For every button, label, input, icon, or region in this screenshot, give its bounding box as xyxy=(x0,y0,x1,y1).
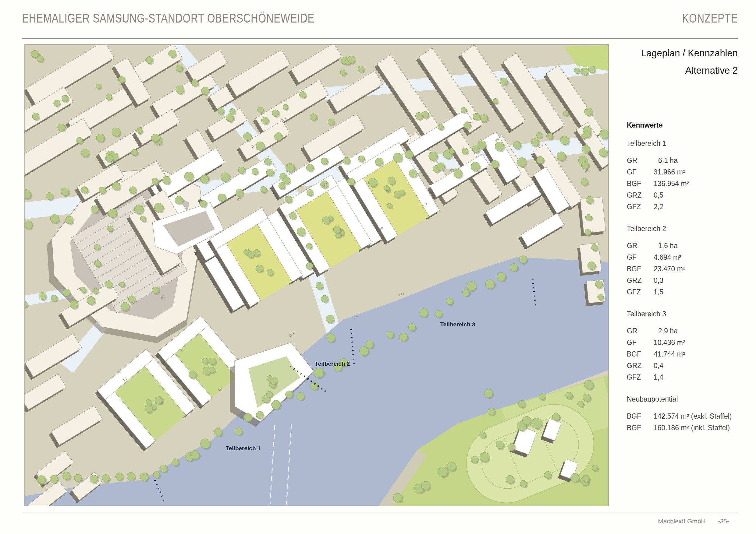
kennwerte-row-value: 0,5 xyxy=(654,190,663,201)
kennwerte-row-label: GFZ xyxy=(627,201,654,213)
kennwerte-row: GRZ0,4 xyxy=(627,360,740,371)
kennwerte-row-value: 1,5 xyxy=(654,286,663,298)
kennwerte-row-value: 2,9 ha xyxy=(654,325,678,337)
map-subtitle-line1: Lageplan / Kennzahlen xyxy=(641,44,738,62)
kennwerte-row-value: 10.436 m² xyxy=(654,337,685,348)
kennwerte-block: Teilbereich 2GR1,6 haGF4.694 m²BGF23.470… xyxy=(627,225,740,298)
kennwerte-row: GF10.436 m² xyxy=(627,337,740,348)
kennwerte-row-value: 142.574 m² (exkl. Staffel) xyxy=(654,410,732,422)
header-rule xyxy=(22,38,738,39)
kennwerte-row-label: BGF xyxy=(627,410,654,422)
map-subtitle-line2: Alternative 2 xyxy=(641,62,738,79)
section-title: KONZEPTE xyxy=(682,11,738,26)
kennwerte-row-value: 1,4 xyxy=(654,371,663,383)
kennwerte-row-label: GRZ xyxy=(627,190,654,201)
kennwerte-row: GF31.966 m² xyxy=(627,166,740,178)
kennwerte-row: BGF142.574 m² (exkl. Staffel) xyxy=(627,410,740,422)
kennwerte-row-value: 31.966 m² xyxy=(654,166,685,178)
kennwerte-row: GRZ0,5 xyxy=(627,190,740,201)
kennwerte-row-value: 160.186 m² (inkl. Staffel) xyxy=(654,422,730,434)
kennwerte-row-label: GFZ xyxy=(627,286,654,298)
kennwerte-row-label: GRZ xyxy=(627,360,654,371)
kennwerte-block: Teilbereich 3GR2,9 haGF10.436 m²BGF41.74… xyxy=(627,310,740,383)
kennwerte-block-title: Teilbereich 1 xyxy=(627,140,740,147)
kennwerte-row-value: 0,4 xyxy=(654,360,663,371)
kennwerte-row-value: 6,1 ha xyxy=(654,155,678,166)
kennwerte-row: GR2,9 ha xyxy=(627,325,740,337)
kennwerte-row: BGF23.470 m² xyxy=(627,263,740,275)
kennwerte-row: GRZ0,3 xyxy=(627,275,740,286)
site-plan-map: Teilbereich 1Teilbereich 2Teilbereich 3X… xyxy=(24,44,609,506)
kennwerte-row-value: 2,2 xyxy=(654,201,663,213)
kennwerte-row-label: GF xyxy=(627,337,654,348)
kennwerte-block: NeubaupotentialBGF142.574 m² (exkl. Staf… xyxy=(627,395,740,434)
kennwerte-row: BGF160.186 m² (inkl. Staffel) xyxy=(627,422,740,434)
kennwerte-row-value: 4.694 m² xyxy=(654,251,681,263)
kennwerte-row: BGF136.954 m² xyxy=(627,178,740,190)
kennwerte-block-title: Teilbereich 2 xyxy=(627,225,740,233)
kennwerte-row: GFZ1,5 xyxy=(627,286,740,298)
kennwerte-panel: Kennwerte Teilbereich 1GR6,1 haGF31.966 … xyxy=(627,121,740,446)
kennwerte-row: BGF41.744 m² xyxy=(627,348,740,360)
kennwerte-row-label: BGF xyxy=(627,178,654,190)
kennwerte-row-label: BGF xyxy=(627,422,654,434)
kennwerte-row-value: 23.470 m² xyxy=(654,263,685,275)
kennwerte-row-label: GR xyxy=(627,155,654,166)
kennwerte-row: GFZ1,4 xyxy=(627,371,740,383)
kennwerte-row-label: GF xyxy=(627,166,654,178)
kennwerte-row-value: 136.954 m² xyxy=(654,178,689,190)
page-footer: Machleidt GmbH -35- xyxy=(658,518,729,525)
footer-company: Machleidt GmbH xyxy=(658,518,705,525)
kennwerte-row-value: 0,3 xyxy=(654,275,663,286)
document-page: EHEMALIGER SAMSUNG-STANDORT OBERSCHÖNEWE… xyxy=(0,0,756,534)
kennwerte-row-value: 1,6 ha xyxy=(654,240,678,251)
kennwerte-block-title: Neubaupotential xyxy=(627,395,740,403)
kennwerte-row: GF4.694 m² xyxy=(627,251,740,263)
kennwerte-row-value: 41.744 m² xyxy=(654,348,685,360)
map-area-label: Teilbereich 3 xyxy=(440,321,475,328)
kennwerte-block-title: Teilbereich 3 xyxy=(627,310,740,318)
site-plan-drawing: Teilbereich 1Teilbereich 2Teilbereich 3X… xyxy=(24,44,609,506)
kennwerte-row: GR6,1 ha xyxy=(627,155,740,166)
kennwerte-row-label: GR xyxy=(627,325,654,337)
kennwerte-row-label: BGF xyxy=(627,348,654,360)
kennwerte-row: GR1,6 ha xyxy=(627,240,740,251)
kennwerte-blocks: Teilbereich 1GR6,1 haGF31.966 m²BGF136.9… xyxy=(627,140,740,434)
kennwerte-row-label: GRZ xyxy=(627,275,654,286)
kennwerte-row-label: GF xyxy=(627,251,654,263)
map-subtitle: Lageplan / Kennzahlen Alternative 2 xyxy=(641,44,738,79)
page-title: EHEMALIGER SAMSUNG-STANDORT OBERSCHÖNEWE… xyxy=(22,11,314,26)
kennwerte-row-label: GFZ xyxy=(627,371,654,383)
footer-page-number: -35- xyxy=(718,518,729,525)
kennwerte-row-label: GR xyxy=(627,240,654,251)
map-area-label: Teilbereich 1 xyxy=(226,445,261,451)
kennwerte-row-label: BGF xyxy=(627,263,654,275)
footer-rule xyxy=(22,512,738,512)
kennwerte-heading: Kennwerte xyxy=(627,121,740,129)
map-area-label: Teilbereich 2 xyxy=(315,361,350,367)
kennwerte-row: GFZ2,2 xyxy=(627,201,740,213)
kennwerte-block: Teilbereich 1GR6,1 haGF31.966 m²BGF136.9… xyxy=(627,140,740,213)
